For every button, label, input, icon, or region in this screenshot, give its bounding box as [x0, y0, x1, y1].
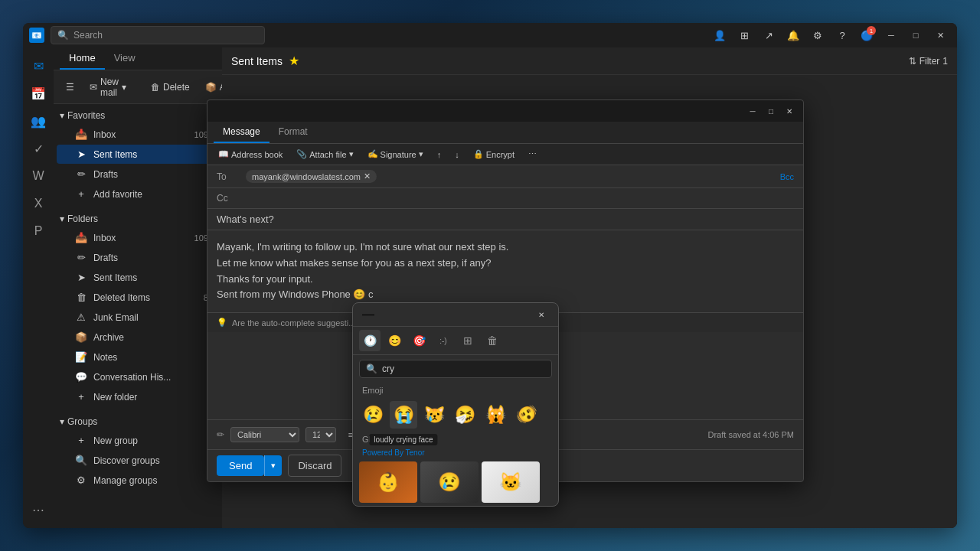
minimize-button[interactable]: ─: [880, 28, 902, 43]
recipient-chip[interactable]: mayank@windowslatest.com ✕: [246, 170, 377, 183]
compose-maximize-button[interactable]: □: [763, 105, 779, 117]
tab-view[interactable]: View: [105, 47, 145, 70]
priority-high-button[interactable]: ↑: [433, 148, 446, 161]
compose-minimize-button[interactable]: ─: [745, 105, 760, 117]
tab-home[interactable]: Home: [60, 47, 105, 70]
bell-icon[interactable]: 🔔: [786, 28, 801, 43]
font-size-select[interactable]: 12: [305, 427, 336, 442]
emoji-search-input[interactable]: [382, 364, 545, 374]
discover-groups-item[interactable]: 🔍 Discover groups: [57, 451, 219, 470]
emoji-tab-recent[interactable]: 🕐: [359, 330, 381, 351]
new-folder-item[interactable]: + New folder: [57, 387, 219, 406]
folders-conversation-icon: 💬: [75, 371, 87, 383]
excel-nav-icon[interactable]: X: [26, 191, 51, 216]
folders-junk[interactable]: ⚠ Junk Email: [57, 308, 219, 327]
more-nav-icon[interactable]: ⋯: [26, 497, 51, 522]
tasks-nav-icon[interactable]: ✓: [26, 136, 51, 161]
remove-recipient-icon[interactable]: ✕: [364, 171, 371, 181]
emoji-tab-other[interactable]: ⊞: [457, 330, 479, 351]
emoji-item-2[interactable]: 😿: [420, 401, 448, 429]
people-icon[interactable]: 👤: [712, 28, 727, 43]
share-icon[interactable]: ↗: [761, 28, 776, 43]
apps-icon[interactable]: ⊞: [737, 28, 752, 43]
new-group-item[interactable]: + New group: [57, 431, 219, 450]
emoji-tab-symbols[interactable]: 🎯: [408, 330, 430, 351]
close-button[interactable]: ✕: [929, 28, 951, 43]
priority-low-button[interactable]: ↓: [450, 148, 464, 161]
body-line-4: Let me know what makes sense for you as …: [217, 256, 794, 272]
more-compose-toolbar-button[interactable]: ⋯: [524, 147, 541, 161]
folders-header[interactable]: ▾ Folders: [54, 210, 222, 227]
discard-button[interactable]: Discard: [288, 455, 341, 477]
word-nav-icon[interactable]: W: [26, 164, 51, 188]
folders-archive-label: Archive: [93, 332, 124, 343]
folders-deleted[interactable]: 🗑 Deleted Items 87: [57, 288, 219, 307]
settings-icon[interactable]: ⚙: [810, 28, 825, 43]
mail-nav-icon[interactable]: ✉: [26, 54, 51, 78]
folders-sent[interactable]: ➤ Sent Items: [57, 268, 219, 287]
folders-archive[interactable]: 📦 Archive: [57, 328, 219, 347]
emoji-tab-delete[interactable]: 🗑: [482, 330, 503, 351]
compose-tab-format[interactable]: Format: [270, 122, 317, 143]
compose-tab-message[interactable]: Message: [214, 122, 270, 143]
groups-header[interactable]: ▾ Groups: [54, 413, 222, 430]
powerpoint-nav-icon[interactable]: P: [26, 219, 51, 243]
gif-item-0[interactable]: 👶: [359, 461, 417, 503]
hamburger-button[interactable]: ☰: [60, 76, 80, 99]
new-folder-icon: +: [75, 391, 87, 403]
gif-powered-label: Powered By Tenor: [353, 447, 558, 458]
gif-section-label: GIF: [353, 432, 558, 447]
gif-item-1[interactable]: 😢: [420, 461, 479, 503]
folders-drafts-label: Drafts: [93, 253, 118, 263]
filter-button[interactable]: ⇅ Filter 1: [909, 56, 948, 67]
compose-subject[interactable]: What's next?: [207, 209, 803, 230]
manage-groups-item[interactable]: ⚙ Manage groups: [57, 471, 219, 490]
contacts-nav-icon[interactable]: 👥: [26, 109, 51, 133]
emoji-tab-emoji[interactable]: 😊: [384, 330, 405, 351]
archive-button[interactable]: 📦 Archive: [199, 76, 222, 99]
favorites-header[interactable]: ▾ Favorites: [54, 107, 222, 124]
emoji-tab-emoticons[interactable]: :-): [433, 330, 454, 351]
send-dropdown-button[interactable]: ▾: [264, 455, 282, 476]
address-book-button[interactable]: 📖 Address book: [214, 147, 287, 161]
emoji-search-bar[interactable]: 🔍: [359, 360, 552, 378]
encrypt-button[interactable]: 🔒 Encrypt: [469, 147, 519, 161]
emoji-item-4[interactable]: 🙀: [482, 401, 509, 429]
search-bar[interactable]: 🔍 Search: [51, 26, 265, 44]
add-favorite-item[interactable]: + Add favorite: [57, 184, 219, 204]
attach-file-button[interactable]: 📎 Attach file ▾: [292, 147, 358, 161]
compose-content[interactable]: Mayank, I'm writing to follow up. I'm no…: [207, 230, 803, 312]
signature-label: Signature: [381, 150, 416, 159]
to-value[interactable]: mayank@windowslatest.com ✕: [246, 170, 774, 183]
favorites-inbox[interactable]: 📥 Inbox 1099: [57, 125, 219, 144]
bcc-link[interactable]: Bcc: [780, 172, 794, 181]
attach-dropdown-icon: ▾: [349, 149, 354, 159]
calendar-nav-icon[interactable]: 📅: [26, 81, 51, 106]
maximize-button[interactable]: □: [905, 28, 926, 43]
font-select[interactable]: Calibri: [230, 427, 299, 442]
folders-deleted-icon: 🗑: [75, 292, 87, 303]
emoji-picker-close-button[interactable]: ✕: [534, 308, 549, 321]
emoji-item-0[interactable]: 😢: [359, 401, 387, 429]
notification-icon[interactable]: 🔵 1: [859, 28, 874, 43]
filter-icon: ⇅: [909, 56, 916, 67]
new-mail-button[interactable]: ✉ New mail ▾: [83, 76, 132, 99]
delete-button[interactable]: 🗑 Delete: [145, 76, 196, 99]
emoji-item-1[interactable]: 😭 loudly crying face: [390, 401, 417, 429]
signature-icon: ✍: [368, 149, 378, 159]
emoji-item-3[interactable]: 🤧: [451, 401, 479, 429]
gif-item-2[interactable]: 🐱: [482, 461, 540, 503]
favorites-sent-items[interactable]: ➤ Sent Items: [57, 145, 219, 164]
folders-drafts[interactable]: ✏ Drafts 1: [57, 248, 219, 267]
help-icon[interactable]: ?: [835, 28, 850, 43]
folders-conversation[interactable]: 💬 Conversation His...: [57, 367, 219, 386]
signature-button[interactable]: ✍ Signature ▾: [363, 147, 428, 161]
folders-sent-label: Sent Items: [93, 272, 137, 283]
compose-close-button[interactable]: ✕: [782, 105, 797, 117]
favorites-drafts[interactable]: ✏ Drafts 1: [57, 165, 219, 184]
send-button[interactable]: Send: [217, 455, 264, 476]
folders-notes[interactable]: 📝 Notes: [57, 347, 219, 367]
folders-inbox[interactable]: 📥 Inbox 1099: [57, 228, 219, 247]
folders-junk-label: Junk Email: [93, 312, 139, 323]
emoji-item-5[interactable]: 🫨: [512, 401, 540, 429]
